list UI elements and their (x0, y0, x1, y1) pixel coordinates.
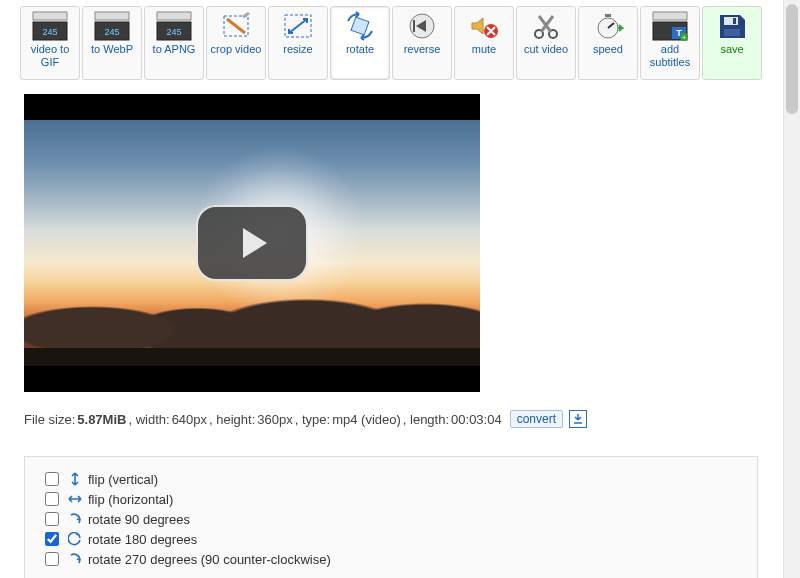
svg-text:245: 245 (166, 27, 181, 37)
svg-text:+: + (682, 33, 687, 41)
rotate-arrow-icon (68, 512, 82, 526)
rotate-icon (343, 11, 377, 41)
convert-button[interactable]: convert (510, 410, 563, 428)
tool-save[interactable]: save (702, 6, 762, 80)
filesize-label: File size: (24, 412, 75, 427)
tool-label: to APNG (153, 43, 196, 56)
tool-crop-video[interactable]: crop video (206, 6, 266, 80)
option-flip_h[interactable]: flip (horizontal) (41, 489, 741, 509)
stopwatch-icon (591, 11, 625, 41)
tool-label: reverse (404, 43, 441, 56)
tool-label: video to GIF (21, 43, 79, 69)
film-clapper-icon: 245 (32, 11, 68, 41)
reverse-icon (405, 11, 439, 41)
flip-vertical-icon (68, 472, 82, 486)
option-label: rotate 270 degrees (90 counter-clockwise… (88, 552, 331, 567)
vertical-scrollbar[interactable] (783, 0, 800, 578)
svg-rect-19 (653, 12, 687, 20)
tool-label: mute (472, 43, 496, 56)
floppy-disk-icon (715, 11, 749, 41)
option-rot270[interactable]: rotate 270 degrees (90 counter-clockwise… (41, 549, 741, 569)
rotate-arrow-icon (68, 532, 82, 546)
tool-mute[interactable]: mute (454, 6, 514, 80)
video-type: mp4 (video) (332, 412, 401, 427)
option-rot180[interactable]: rotate 180 degrees (41, 529, 741, 549)
tool-label: save (720, 43, 743, 56)
play-icon (243, 228, 267, 258)
svg-rect-18 (605, 14, 611, 17)
video-player[interactable] (24, 94, 480, 392)
tool-cut-video[interactable]: cut video (516, 6, 576, 80)
film-clapper-icon: 245 (156, 11, 192, 41)
tool-label: cut video (524, 43, 568, 56)
svg-rect-3 (95, 12, 129, 20)
tool-speed[interactable]: speed (578, 6, 638, 80)
tool-rotate[interactable]: rotate (330, 6, 390, 80)
tool-label: resize (283, 43, 312, 56)
flip-horizontal-icon (68, 492, 82, 506)
option-checkbox-flip_v[interactable] (45, 472, 59, 486)
svg-rect-26 (724, 29, 740, 36)
option-label: flip (vertical) (88, 472, 158, 487)
crop-icon (219, 11, 253, 41)
play-button[interactable] (196, 205, 308, 281)
tool-label: to WebP (91, 43, 133, 56)
rotate-options-panel: flip (vertical)flip (horizontal)rotate 9… (24, 456, 758, 578)
tool-add-subtitles[interactable]: T + add subtitles (640, 6, 700, 80)
toolbar: 245 video to GIF 245 to WebP 245 to APNG… (0, 0, 800, 80)
mute-icon (467, 11, 501, 41)
option-flip_v[interactable]: flip (vertical) (41, 469, 741, 489)
svg-rect-13 (413, 20, 415, 32)
tool-video-to-gif[interactable]: 245 video to GIF (20, 6, 80, 80)
tool-label: crop video (211, 43, 262, 56)
tool-label: add subtitles (641, 43, 699, 69)
svg-text:245: 245 (104, 27, 119, 37)
svg-rect-27 (733, 18, 736, 24)
svg-rect-0 (33, 12, 67, 20)
option-checkbox-flip_h[interactable] (45, 492, 59, 506)
tool-to-apng[interactable]: 245 to APNG (144, 6, 204, 80)
rotate-arrow-icon (68, 552, 82, 566)
resize-icon (281, 11, 315, 41)
svg-rect-11 (351, 17, 369, 35)
svg-rect-6 (157, 12, 191, 20)
tool-resize[interactable]: resize (268, 6, 328, 80)
film-clapper-icon: 245 (94, 11, 130, 41)
scrollbar-thumb[interactable] (786, 4, 798, 114)
svg-text:245: 245 (42, 27, 57, 37)
option-label: flip (horizontal) (88, 492, 173, 507)
scissors-icon (529, 11, 563, 41)
video-height: 360px (257, 412, 292, 427)
tool-reverse[interactable]: reverse (392, 6, 452, 80)
option-checkbox-rot270[interactable] (45, 552, 59, 566)
tool-label: rotate (346, 43, 374, 56)
option-checkbox-rot90[interactable] (45, 512, 59, 526)
tool-label: speed (593, 43, 623, 56)
option-label: rotate 180 degrees (88, 532, 197, 547)
option-rot90[interactable]: rotate 90 degrees (41, 509, 741, 529)
video-info-line: File size: 5.87MiB , width: 640px , heig… (24, 410, 800, 428)
filesize-value: 5.87MiB (77, 412, 126, 427)
download-icon[interactable] (569, 410, 587, 428)
video-width: 640px (172, 412, 207, 427)
option-label: rotate 90 degrees (88, 512, 190, 527)
option-checkbox-rot180[interactable] (45, 532, 59, 546)
tool-to-webp[interactable]: 245 to WebP (82, 6, 142, 80)
video-length: 00:03:04 (451, 412, 502, 427)
subtitles-icon: T + (652, 11, 688, 41)
